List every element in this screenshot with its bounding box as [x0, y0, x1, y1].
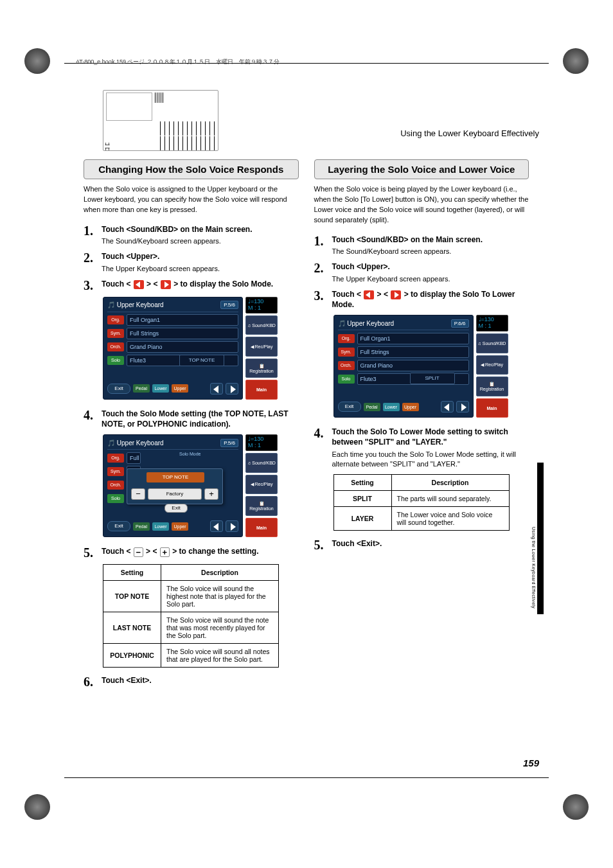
step-num: 2.: [314, 261, 326, 274]
prev-arrow[interactable]: [210, 520, 223, 532]
step-num: 4.: [84, 409, 95, 421]
th-setting: Setting: [333, 475, 391, 491]
sound-kbd-button[interactable]: ♫ Sound/KBD: [245, 315, 278, 335]
upper-button[interactable]: Upper: [172, 522, 188, 531]
voice-cell[interactable]: Grand Piano: [357, 360, 469, 371]
tag-sym[interactable]: Sym.: [107, 329, 124, 338]
solo-to-lower-value[interactable]: SPLIT: [410, 373, 455, 384]
text: > to change the setting.: [170, 547, 259, 556]
upper-button[interactable]: Upper: [172, 384, 188, 393]
registration-button[interactable]: 📋 Registration: [245, 496, 278, 516]
section-title-right: Layering the Solo Voice and Lower Voice: [314, 159, 529, 179]
tag-orch[interactable]: Orch.: [338, 361, 355, 370]
tag-solo[interactable]: Solo: [107, 356, 124, 365]
main-button[interactable]: Main: [245, 518, 278, 538]
step-title: Touch the Solo To Lower Mode setting to …: [332, 427, 529, 447]
voice-cell[interactable]: Full Organ1: [127, 314, 238, 326]
voice-cell[interactable]: Full: [127, 452, 141, 464]
step-title: Touch < > < > to display the Solo To Low…: [332, 289, 529, 310]
lower-button[interactable]: Lower: [383, 403, 400, 411]
text: > <: [144, 547, 159, 556]
tempo-display: ♩=130M : 1: [245, 297, 278, 314]
screenshot-upper-keyboard-2: 🎵 Upper Keyboard P.5/6 Solo Mode Org.Ful…: [103, 434, 278, 537]
tag-org[interactable]: Org.: [338, 334, 355, 343]
tag-sym[interactable]: Sym.: [107, 467, 124, 476]
next-arrow[interactable]: [226, 520, 238, 532]
rec-play-button[interactable]: ◀ Rec/Play: [476, 355, 508, 375]
registration-button[interactable]: 📋 Registration: [476, 376, 508, 396]
table-desc: The Lower voice and Solo voice will soun…: [391, 507, 509, 531]
next-arrow[interactable]: [226, 383, 238, 394]
pedal-button[interactable]: Pedal: [364, 403, 380, 411]
upper-button[interactable]: Upper: [402, 403, 419, 411]
exit-button[interactable]: Exit: [107, 521, 130, 531]
sound-kbd-button[interactable]: ♫ Sound/KBD: [476, 333, 508, 353]
main-button[interactable]: Main: [245, 380, 278, 400]
exit-button[interactable]: Exit: [107, 384, 130, 394]
product-diagram: [103, 90, 218, 151]
settings-table-left: SettingDescription TOP NOTEThe Solo voic…: [103, 564, 279, 668]
screenshot-upper-keyboard-1: 🎵 Upper Keyboard P.5/6 Solo Mode Org.Ful…: [103, 297, 278, 400]
text: Touch <: [102, 279, 133, 288]
table-desc: The Solo voice will sound the note that …: [161, 612, 279, 644]
th-description: Description: [391, 475, 509, 491]
step-title: Touch <Exit>.: [332, 538, 529, 549]
header-title: Upper Keyboard: [347, 320, 394, 327]
tag-orch[interactable]: Orch.: [107, 481, 124, 490]
sound-kbd-button[interactable]: ♫ Sound/KBD: [245, 453, 278, 473]
text: > <: [145, 279, 160, 288]
step-num: 4.: [314, 427, 326, 439]
step-body: The Upper Keyboard screen appears.: [102, 264, 299, 274]
step-l5: 5. Touch < − > < + > to change the setti…: [84, 546, 299, 559]
minus-button[interactable]: −: [131, 488, 145, 500]
step-r2: 2. Touch <Upper>. The Upper Keyboard scr…: [314, 261, 529, 284]
step-l6: 6. Touch <Exit>.: [84, 675, 299, 688]
th-description: Description: [161, 565, 279, 581]
tag-solo[interactable]: Solo: [338, 375, 355, 384]
pedal-button[interactable]: Pedal: [133, 384, 150, 393]
voice-cell[interactable]: Grand Piano: [127, 341, 238, 353]
corner-marker-br: [563, 794, 589, 820]
step-title: Touch <Sound/KBD> on the Main screen.: [332, 235, 529, 245]
solo-mode-value[interactable]: TOP NOTE: [179, 355, 224, 366]
step-body: Each time you touch the Solo To Lower Mo…: [332, 450, 529, 470]
rec-play-button[interactable]: ◀ Rec/Play: [245, 475, 278, 495]
popup-exit-button[interactable]: Exit: [164, 504, 188, 513]
tag-sym[interactable]: Sym.: [338, 348, 355, 357]
lower-button[interactable]: Lower: [152, 384, 169, 393]
pedal-button[interactable]: Pedal: [133, 522, 150, 531]
text: > to display the Solo Mode.: [172, 279, 273, 288]
tag-org[interactable]: Org.: [107, 454, 124, 463]
step-l1: 1. Touch <Sound/KBD> on the Main screen.…: [84, 224, 299, 247]
voice-cell[interactable]: Full Organ1: [357, 333, 469, 344]
step-body: The Sound/Keyboard screen appears.: [102, 236, 299, 246]
factory-button[interactable]: Factory: [148, 488, 202, 500]
arrow-right-icon: [161, 280, 171, 289]
corner-marker-tl: [24, 48, 50, 74]
lower-button[interactable]: Lower: [152, 522, 169, 531]
step-title: Touch < − > < + > to change the setting.: [102, 546, 299, 556]
step-title: Touch <Upper>.: [332, 261, 529, 272]
plus-button[interactable]: +: [204, 488, 218, 500]
minus-icon: −: [134, 547, 143, 557]
step-l4: 4. Touch the Solo Mode setting (the TOP …: [84, 409, 299, 429]
section-title-left: Changing How the Solo Voice Responds: [84, 159, 299, 179]
tag-orch[interactable]: Orch.: [107, 342, 124, 351]
voice-cell[interactable]: Full Strings: [127, 328, 238, 339]
voice-cell[interactable]: Full Strings: [357, 346, 469, 358]
text: > <: [375, 290, 390, 299]
step-num: 6.: [84, 675, 95, 688]
exit-button[interactable]: Exit: [338, 402, 361, 412]
value-popup: TOP NOTE − Factory + Exit: [127, 468, 223, 504]
text: Touch <: [332, 290, 364, 299]
arrow-left-icon: [134, 280, 144, 289]
tag-org[interactable]: Org.: [107, 315, 124, 324]
registration-button[interactable]: 📋 Registration: [245, 359, 278, 378]
page-number: 159: [523, 757, 539, 768]
tag-solo[interactable]: Solo: [107, 494, 124, 503]
prev-arrow[interactable]: [210, 383, 223, 394]
main-button[interactable]: Main: [476, 398, 508, 418]
next-arrow[interactable]: [456, 401, 469, 412]
rec-play-button[interactable]: ◀ Rec/Play: [245, 337, 278, 357]
prev-arrow[interactable]: [441, 401, 454, 412]
